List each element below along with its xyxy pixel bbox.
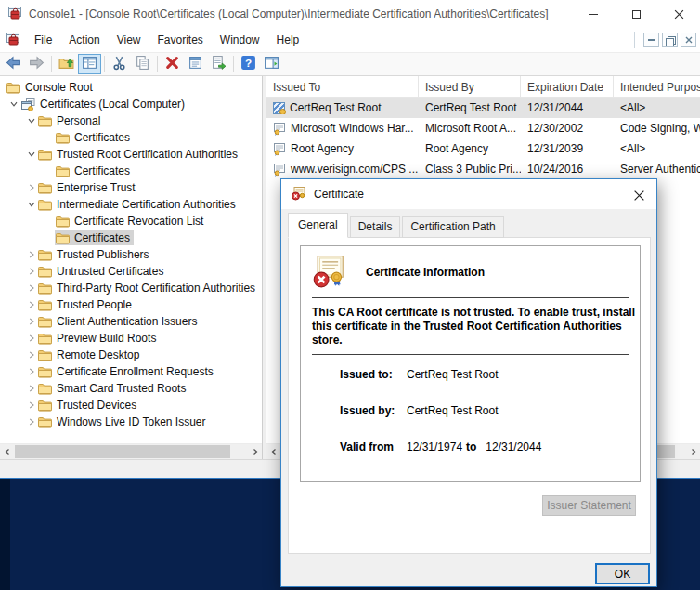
delete-button[interactable] (161, 54, 184, 74)
tree-item-preview-build-roots[interactable]: Preview Build Roots (0, 330, 262, 347)
chevron-right-icon[interactable] (25, 333, 37, 345)
cell-text: Class 3 Public Pri... (425, 163, 521, 176)
scroll-right-icon[interactable] (248, 444, 262, 459)
chevron-down-icon[interactable] (25, 149, 37, 161)
show-hide-console-tree-button[interactable] (78, 54, 101, 74)
column-header-label: Expiration Date (527, 81, 603, 94)
menu-file[interactable]: File (26, 30, 60, 50)
svg-text:?: ? (245, 57, 252, 69)
issued-to-value: CertReq Test Root (407, 368, 499, 381)
menu-action[interactable]: Action (60, 30, 108, 50)
chevron-right-icon[interactable] (25, 400, 37, 412)
export-list-button[interactable] (207, 54, 230, 74)
tree-item-third-party-root-certification-authorities[interactable]: Third-Party Root Certification Authoriti… (0, 280, 262, 296)
chevron-down-icon[interactable] (25, 199, 37, 211)
valid-to-value: 12/31/2044 (486, 440, 541, 453)
child-restore-button[interactable] (662, 33, 678, 47)
export-list-icon (211, 55, 227, 73)
tree-item-client-authentication-issuers[interactable]: Client Authentication Issuers (0, 313, 262, 330)
chevron-right-icon[interactable] (25, 282, 37, 295)
sort-ascending-icon (309, 77, 318, 90)
menu-window[interactable]: Window (212, 30, 268, 50)
up-one-level-button[interactable] (55, 54, 78, 74)
close-button[interactable] (657, 0, 700, 28)
chevron-right-icon[interactable] (25, 416, 37, 428)
list-row-root-agency[interactable]: Root AgencyRoot Agency12/31/2039<All> (266, 138, 700, 159)
certificate-dialog: Certificate GeneralDetailsCertification … (280, 178, 657, 587)
help-button[interactable]: ? (237, 54, 260, 74)
column-header-expiration-date[interactable]: Expiration Date (521, 76, 614, 97)
list-cell: Microsoft Root A... (419, 122, 521, 135)
chevron-right-icon[interactable] (25, 249, 37, 261)
list-row-www-verisign-com-cps[interactable]: www.verisign.com/CPS ...Class 3 Public P… (266, 159, 700, 179)
scroll-left-icon[interactable] (0, 444, 14, 459)
tree-item-intermediate-certification-authorities[interactable]: Intermediate Certification Authorities (0, 196, 262, 213)
column-header-intended-purposes[interactable]: Intended Purposes (614, 76, 700, 97)
folder-icon (38, 266, 52, 278)
scrollbar-thumb[interactable] (15, 445, 230, 458)
tree-item-personal[interactable]: Personal (0, 112, 262, 129)
tab-general[interactable]: General (288, 213, 348, 238)
tree-item-certificates-local-computer[interactable]: Certificates (Local Computer) (0, 96, 262, 112)
tree-item-label: Trusted Devices (57, 399, 136, 412)
chevron-down-icon[interactable] (25, 115, 37, 127)
cell-text: Microsoft Windows Har... (291, 122, 414, 135)
show-action-pane-button[interactable] (260, 54, 283, 74)
child-minimize-icon (648, 39, 655, 41)
list-row-microsoft-windows-har[interactable]: Microsoft Windows Har...Microsoft Root A… (266, 118, 700, 138)
tree-item-untrusted-certificates[interactable]: Untrusted Certificates (0, 263, 262, 280)
menu-view[interactable]: View (109, 30, 149, 50)
tree-item-console-root[interactable]: Console Root (0, 79, 262, 96)
tree-item-certificate-enrollment-requests[interactable]: Certificate Enrollment Requests (0, 363, 262, 380)
copy-button[interactable] (131, 54, 154, 74)
forward-button[interactable] (25, 54, 48, 74)
back-button[interactable] (2, 54, 25, 74)
chevron-right-icon[interactable] (25, 266, 37, 278)
issuer-statement-button[interactable]: Issuer Statement (542, 495, 636, 516)
chevron-right-icon[interactable] (25, 182, 37, 194)
cut-button[interactable] (108, 54, 131, 74)
tree-item-content: Third-Party Root Certification Authoriti… (37, 281, 259, 295)
chevron-right-icon[interactable] (25, 366, 37, 378)
tree-item-certificates[interactable]: Certificates (0, 163, 262, 179)
tree-horizontal-scrollbar[interactable] (0, 443, 262, 459)
chevron-right-icon[interactable] (25, 349, 37, 361)
tree-item-certificates[interactable]: Certificates (0, 229, 262, 246)
scroll-right-icon[interactable] (686, 444, 700, 459)
tree-item-smart-card-trusted-roots[interactable]: Smart Card Trusted Roots (0, 380, 262, 397)
minimize-button[interactable] (572, 0, 615, 28)
dialog-close-button[interactable] (630, 187, 647, 203)
tree-item-trusted-devices[interactable]: Trusted Devices (0, 397, 262, 413)
tree-item-trusted-root-certification-authorities[interactable]: Trusted Root Certification Authorities (0, 146, 262, 163)
menu-favorites[interactable]: Favorites (149, 30, 212, 50)
issued-by-value: CertReq Test Root (407, 404, 499, 417)
tree-item-enterprise-trust[interactable]: Enterprise Trust (0, 179, 262, 196)
tree-item-content: Untrusted Certificates (37, 264, 167, 279)
chevron-right-icon[interactable] (25, 316, 37, 328)
tree-item-trusted-publishers[interactable]: Trusted Publishers (0, 246, 262, 263)
child-close-button[interactable] (681, 33, 696, 47)
tree-item-remote-desktop[interactable]: Remote Desktop (0, 347, 262, 363)
tree-item-content: Client Authentication Issuers (37, 314, 201, 329)
list-row-certreq-test-root[interactable]: CertReq Test RootCertReq Test Root12/31/… (266, 98, 700, 118)
tab-certification-path[interactable]: Certification Path (402, 216, 503, 238)
tree-item-trusted-people[interactable]: Trusted People (0, 296, 262, 313)
ok-button[interactable]: OK (595, 563, 650, 584)
tree-item-certificates[interactable]: Certificates (0, 129, 262, 146)
tab-details[interactable]: Details (350, 216, 401, 238)
tree-item-certificate-revocation-list[interactable]: Certificate Revocation List (0, 213, 262, 229)
menu-help[interactable]: Help (268, 30, 308, 50)
column-header-issued-to[interactable]: Issued To (266, 76, 419, 97)
child-minimize-button[interactable] (643, 33, 659, 47)
window-title: Console1 - [Console Root\Certificates (L… (29, 7, 572, 20)
maximize-button[interactable] (615, 0, 657, 28)
chevron-down-icon[interactable] (7, 98, 19, 111)
properties-button[interactable] (184, 54, 207, 74)
scroll-left-icon[interactable] (266, 444, 280, 459)
chevron-right-icon[interactable] (25, 383, 37, 395)
tree-item-windows-live-id-token-issuer[interactable]: Windows Live ID Token Issuer (0, 413, 262, 430)
column-header-issued-by[interactable]: Issued By (419, 76, 521, 97)
cell-text: <All> (620, 101, 645, 114)
forward-icon (29, 55, 45, 73)
chevron-right-icon[interactable] (25, 299, 37, 311)
